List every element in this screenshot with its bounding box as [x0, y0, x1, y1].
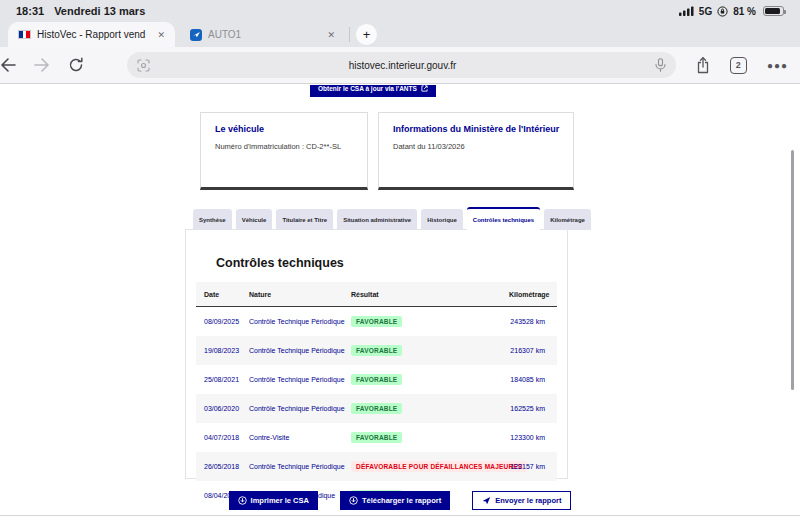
report-tab[interactable]: Synthèse [193, 209, 232, 230]
tab-divider [349, 27, 350, 42]
browser-tab-histovec[interactable]: HistoVec - Rapport vend ✕ [8, 22, 175, 47]
cell-date: 26/05/2018 [204, 463, 249, 470]
cell-result: FAVORABLE [351, 345, 509, 356]
section-title: Contrôles techniques [216, 256, 567, 270]
report-tab-label: Situation administrative [343, 217, 411, 223]
print-icon [238, 496, 247, 505]
more-menu-icon[interactable]: ●●● [767, 60, 788, 71]
column-header: Date [204, 291, 249, 298]
cell-kilometrage: 123300 km [509, 434, 545, 441]
report-tab-label: Kilométrage [550, 217, 585, 223]
cell-date: 08/09/2025 [204, 318, 249, 325]
result-badge: FAVORABLE [351, 374, 402, 385]
network-type: 5G [699, 6, 712, 17]
cell-date: 04/07/2018 [204, 434, 249, 441]
download-report-button[interactable]: Télécharger le rapport [340, 491, 450, 510]
info-card: Le véhicule Numéro d'immatriculation : C… [200, 112, 368, 190]
table-header-row: DateNatureRésultatKilométrage [196, 282, 557, 307]
send-icon [482, 496, 491, 505]
cell-kilometrage: 162525 km [509, 405, 545, 412]
browser-tab-auto1[interactable]: AUTO1 ✕ [180, 22, 345, 47]
new-tab-button[interactable]: + [356, 24, 377, 45]
inspections-table: DateNatureRésultatKilométrage 08/09/2025… [196, 282, 557, 510]
result-badge: FAVORABLE [351, 432, 402, 443]
controles-techniques-panel: Contrôles techniques DateNatureRésultatK… [185, 229, 568, 479]
battery-icon [763, 6, 784, 16]
browser-tab-strip: HistoVec - Rapport vend ✕ AUTO1 ✕ + [0, 22, 800, 47]
cell-date: 19/08/2023 [204, 347, 249, 354]
address-bar[interactable]: histovec.interieur.gouv.fr [127, 52, 676, 78]
scrollbar[interactable] [791, 150, 794, 390]
card-title: Informations du Ministère de l'Intérieur [393, 124, 559, 136]
info-card: Informations du Ministère de l'Intérieur… [378, 112, 574, 190]
page-bottom-divider [0, 515, 800, 516]
ipad-safari-screen: 18:31 Vendredi 13 mars 5G 81 % HistoVec … [0, 0, 800, 525]
result-badge: FAVORABLE [351, 345, 402, 356]
send-report-button[interactable]: Envoyer le rapport [472, 491, 571, 510]
cell-nature: Contrôle Technique Périodique [249, 347, 351, 354]
cell-nature: Contrôle Technique Périodique [249, 376, 351, 383]
card-subtitle: Numéro d'immatriculation : CD-2**-SL [215, 142, 353, 151]
table-row: 25/08/2021 Contrôle Technique Périodique… [196, 365, 557, 394]
report-actions: Imprimer le CSA Télécharger le rapport E… [0, 491, 800, 510]
table-row: 26/05/2018 Contrôle Technique Périodique… [196, 452, 557, 481]
download-report-label: Télécharger le rapport [362, 496, 441, 505]
column-header: Résultat [351, 291, 509, 298]
report-tab-label: Véhicule [242, 217, 267, 223]
cell-kilometrage: 184085 km [509, 376, 545, 383]
cell-date: 25/08/2021 [204, 376, 249, 383]
report-tab[interactable]: Situation administrative [337, 209, 417, 230]
result-badge: DÉFAVORABLE POUR DÉFAILLANCES MAJEURES [351, 461, 527, 472]
report-tab[interactable]: Titulaire et Titre [276, 209, 333, 230]
table-body: 08/09/2025 Contrôle Technique Périodique… [196, 307, 557, 510]
close-tab-icon[interactable]: ✕ [327, 30, 335, 40]
battery-percent: 81 % [733, 6, 756, 17]
auto1-logo-icon [190, 29, 202, 41]
download-icon [349, 496, 358, 505]
tabs-overview-button[interactable]: 2 [730, 57, 747, 74]
browser-toolbar: histovec.interieur.gouv.fr 2 ●●● [0, 47, 800, 84]
cell-nature: Contre-Visite [249, 434, 351, 441]
print-csa-button[interactable]: Imprimer le CSA [229, 491, 318, 510]
close-tab-icon[interactable]: ✕ [157, 30, 165, 40]
cell-result: FAVORABLE [351, 374, 509, 385]
reload-button[interactable] [68, 57, 102, 73]
microphone-icon[interactable] [655, 58, 666, 72]
result-badge: FAVORABLE [351, 316, 402, 327]
table-row: 03/06/2020 Contrôle Technique Périodique… [196, 394, 557, 423]
result-badge: FAVORABLE [351, 403, 402, 414]
card-subtitle: Datant du 11/03/2026 [393, 142, 559, 151]
ants-csa-button-label: Obtenir le CSA à jour via l'ANTS [318, 85, 417, 92]
forward-button[interactable] [34, 58, 68, 72]
print-csa-label: Imprimer le CSA [251, 496, 309, 505]
share-icon[interactable] [696, 57, 710, 74]
send-report-label: Envoyer le rapport [495, 496, 561, 505]
external-link-icon [421, 85, 428, 92]
cell-nature: Contrôle Technique Périodique [249, 318, 351, 325]
page-settings-icon[interactable] [137, 59, 150, 72]
report-tab[interactable]: Kilométrage [544, 209, 591, 230]
cell-result: FAVORABLE [351, 403, 509, 414]
cell-kilometrage: 243528 km [509, 318, 545, 325]
report-tab[interactable]: Historique [421, 209, 463, 230]
cell-nature: Contrôle Technique Périodique [249, 463, 351, 470]
signal-bars-icon [679, 6, 694, 16]
rotation-lock-icon [717, 6, 728, 17]
url-text[interactable]: histovec.interieur.gouv.fr [150, 60, 655, 71]
clock: 18:31 [16, 5, 44, 17]
report-tab[interactable]: Contrôles techniques [467, 207, 540, 230]
date: Vendredi 13 mars [54, 5, 145, 17]
card-title: Le véhicule [215, 124, 353, 136]
report-tab[interactable]: Véhicule [236, 209, 273, 230]
cell-result: DÉFAVORABLE POUR DÉFAILLANCES MAJEURES [351, 461, 509, 472]
ants-csa-button[interactable]: Obtenir le CSA à jour via l'ANTS [310, 85, 436, 97]
back-button[interactable] [0, 58, 34, 72]
cell-result: FAVORABLE [351, 432, 509, 443]
browser-tab-title: AUTO1 [208, 29, 321, 40]
status-bar: 18:31 Vendredi 13 mars 5G 81 % [0, 0, 800, 22]
histovec-page: Obtenir le CSA à jour via l'ANTS Le véhi… [0, 85, 800, 525]
column-header: Kilométrage [509, 291, 549, 298]
browser-tab-title: HistoVec - Rapport vend [37, 29, 151, 40]
report-tabs: Synthèse Véhicule Titulaire et Titre Sit… [193, 207, 593, 230]
cell-kilometrage: 122157 km [509, 463, 545, 470]
